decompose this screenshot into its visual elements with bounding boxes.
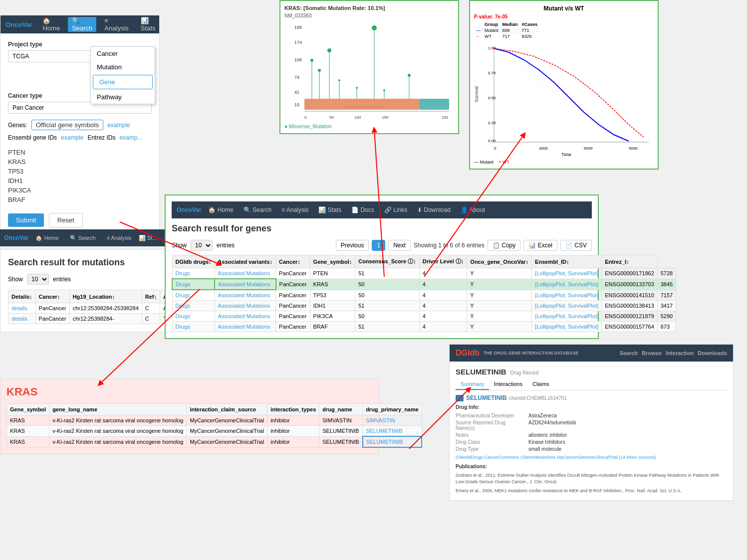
links-pik3ca[interactable]: [LollipopPlot, SurvivalPlot] (532, 311, 602, 322)
gene-braf: BRAF (310, 322, 355, 332)
search-type-dropdown[interactable]: Cancer Mutation Gene Pathway (90, 46, 155, 104)
nav2-analysis[interactable]: ≡ Analysis (103, 235, 136, 241)
variants-kras[interactable]: Associated Mutations (215, 279, 275, 290)
cancer-pten: PanCancer (276, 268, 310, 279)
svg-text:_ _ _ _ _ _ _ _ _ _ _ _: _ _ _ _ _ _ _ _ _ _ _ _ (344, 103, 383, 107)
gcol-variants: Associated variants↕ (215, 255, 275, 268)
variants-pten[interactable]: Associated Mutations (215, 268, 275, 279)
dgidb-drug-label: Drug Record (510, 370, 539, 375)
submit-button[interactable]: Submit (8, 213, 44, 227)
drugs-kras[interactable]: Drugs (172, 279, 215, 290)
entrez-idh1: 3417 (657, 301, 676, 311)
kras-primary-2[interactable]: SELUMETINIB (363, 426, 422, 437)
mut-details-2[interactable]: details (8, 314, 36, 324)
kras-longname-1: v-Ki-ras2 Kirsten rat sarcoma viral onco… (49, 415, 187, 426)
variants-pik3ca[interactable]: Associated Mutations (215, 311, 275, 322)
gene-nav-about[interactable]: 👤 About (458, 206, 488, 213)
drugs-tp53[interactable]: Drugs (172, 290, 215, 301)
nav2-stats[interactable]: 📊 St... (139, 235, 157, 241)
dgidb-sources[interactable]: ChemblDrugs CancerCommons ChemInteractio… (456, 455, 727, 460)
csv-button[interactable]: 📄 CSV (560, 240, 592, 251)
dgidb-nav-downloads[interactable]: Downloads (698, 350, 727, 356)
page-1-button[interactable]: 1 (372, 240, 385, 251)
gene-nav-analysis[interactable]: ≡ Analysis (278, 206, 311, 213)
links-braf[interactable]: [LollipopPlot, SurvivalPlot] (532, 322, 602, 332)
onco-idh1: Y (467, 301, 532, 311)
dgidb-info-notes: Notes allosteric inhibitor (456, 432, 727, 438)
show-select-mut[interactable]: 10 (27, 274, 49, 285)
pagination-area: Previous 1 Next Showing 1 to 6 of 6 entr… (336, 240, 592, 251)
gene-nav-download[interactable]: ⬇ Download (414, 206, 454, 213)
kcol-primary: drug_primary_name (363, 404, 422, 415)
links-idh1[interactable]: [LollipopPlot, SurvivalPlot] (532, 301, 602, 311)
links-tp53[interactable]: [LollipopPlot, SurvivalPlot] (532, 290, 602, 301)
nav2-home[interactable]: 🏠 Home (31, 235, 62, 241)
survival-title: Mutant v/s WT (474, 5, 654, 12)
official-symbols-btn[interactable]: Official gene symbols (31, 120, 103, 130)
brand-logo: OncoVar (5, 21, 32, 28)
kras-source-2: MyCancerGenomeClinicalTrial (187, 426, 267, 437)
copy-button[interactable]: 📋 Copy (488, 240, 520, 251)
level-idh1: 4 (419, 301, 467, 311)
example-link-3[interactable]: examp... (119, 134, 142, 141)
dgidb-tab-interactions[interactable]: Interactions (489, 379, 527, 390)
dgidb-drug-title-row: SELUMETINIB Drug Record (456, 368, 727, 376)
dgidb-tab-claims[interactable]: Claims (527, 379, 554, 390)
gene-nav-home[interactable]: 🏠 Home (205, 206, 236, 213)
mut-details-1[interactable]: details (8, 303, 36, 314)
publications-label: Publications: (456, 464, 727, 469)
kras-primary-3[interactable]: SELUMETINIB (363, 436, 422, 447)
drugs-pten[interactable]: Drugs (172, 268, 215, 279)
label-source-name: Source Reported Drug Name(s) (456, 420, 525, 431)
show-select-gene[interactable]: 10 (191, 240, 213, 251)
variants-braf[interactable]: Associated Mutations (215, 322, 275, 332)
drugs-idh1[interactable]: Drugs (172, 301, 215, 311)
value-class: Kinase Inhibitors (528, 439, 565, 445)
entries-showing: Showing 1 to 6 of 6 entries (414, 242, 485, 249)
gene-nav-links[interactable]: 🔗 Links (381, 206, 410, 213)
next-button[interactable]: Next (388, 240, 411, 251)
gene-nav-stats[interactable]: 📊 Stats (315, 206, 344, 213)
drugs-braf[interactable]: Drugs (172, 322, 215, 332)
gene-nav-search[interactable]: 🔍 Search (241, 206, 274, 213)
onco-braf: Y (467, 322, 532, 332)
value-notes: allosteric inhibitor (528, 432, 567, 438)
links-kras[interactable]: [LollipopPlot, SurvivalPlot] (532, 279, 602, 290)
dgidb-nav-browse[interactable]: Browse (642, 350, 662, 356)
dgidb-nav-interaction[interactable]: Interaction (666, 350, 694, 356)
svg-rect-8 (419, 99, 449, 110)
reset-button[interactable]: Reset (49, 213, 83, 227)
drugs-pik3ca[interactable]: Drugs (172, 311, 215, 322)
dropdown-pathway[interactable]: Pathway (91, 90, 155, 104)
dgidb-tab-summary[interactable]: Summary (456, 379, 489, 390)
example-link-2[interactable]: example (61, 134, 83, 141)
excel-button[interactable]: 📊 Excel (523, 240, 557, 251)
variants-tp53[interactable]: Associated Mutations (215, 290, 275, 301)
nav-search[interactable]: 🔍 Search (68, 17, 96, 32)
dgidb-nav-search[interactable]: Search (620, 350, 638, 356)
links-pten[interactable]: [LollipopPlot, SurvivalPlot] (532, 268, 602, 279)
svg-point-22 (383, 89, 385, 91)
nav-analysis[interactable]: ≡ Analysis (100, 17, 132, 32)
kras-table: Gene_symbol gene_long_name interaction_c… (6, 403, 422, 448)
dropdown-gene[interactable]: Gene (93, 75, 153, 89)
nav2-search[interactable]: 🔍 Search (66, 235, 100, 241)
nav-home[interactable]: 🏠 Home (38, 17, 64, 32)
example-link-1[interactable]: example (107, 122, 130, 129)
gene-nav-docs[interactable]: 📄 Docs (348, 206, 377, 213)
svg-text:100: 100 (354, 115, 361, 120)
svg-text:150: 150 (382, 115, 389, 120)
gcol-cancer: Cancer↕ (276, 255, 310, 268)
dgidb-drug-name2: SELUMETINIB (466, 394, 506, 401)
svg-text:3000: 3000 (539, 146, 548, 151)
onco-pik3ca: Y (467, 311, 532, 322)
score-idh1: 51 (355, 301, 420, 311)
variants-idh1[interactable]: Associated Mutations (215, 301, 275, 311)
kras-primary-1[interactable]: SIMVASTIN (363, 415, 422, 426)
previous-button[interactable]: Previous (336, 240, 369, 251)
dropdown-cancer[interactable]: Cancer (91, 47, 155, 60)
dropdown-mutation[interactable]: Mutation (91, 60, 155, 74)
col-cancer: Cancer↕ (35, 290, 69, 303)
nav-stats[interactable]: 📊 Stats (137, 17, 160, 32)
mut-ref-2: C (142, 314, 160, 324)
